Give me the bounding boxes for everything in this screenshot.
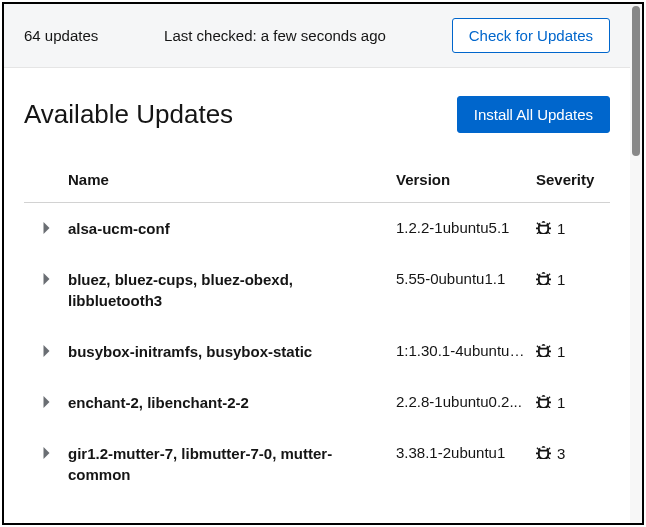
column-header-name[interactable]: Name xyxy=(68,171,396,188)
severity-count: 3 xyxy=(557,445,565,462)
expand-row-button[interactable] xyxy=(24,269,68,288)
package-name: enchant-2, libenchant-2-2 xyxy=(68,392,396,413)
updates-table: Name Version Severity alsa-ucm-conf1.2.2… xyxy=(24,161,610,500)
expand-row-button[interactable] xyxy=(24,443,68,462)
update-count: 64 updates xyxy=(24,27,98,44)
bug-icon xyxy=(536,342,551,360)
bug-icon xyxy=(536,444,551,462)
package-version: 5.55-0ubuntu1.1 xyxy=(396,269,536,287)
expand-row-button[interactable] xyxy=(24,341,68,360)
package-severity: 1 xyxy=(536,269,610,288)
severity-count: 1 xyxy=(557,394,565,411)
chevron-right-icon xyxy=(42,394,51,411)
last-checked-text: Last checked: a few seconds ago xyxy=(164,27,386,44)
severity-count: 1 xyxy=(557,343,565,360)
severity-count: 1 xyxy=(557,220,565,237)
expand-row-button[interactable] xyxy=(24,218,68,237)
table-header: Name Version Severity xyxy=(24,161,610,203)
expand-row-button[interactable] xyxy=(24,392,68,411)
package-severity: 1 xyxy=(536,341,610,360)
chevron-right-icon xyxy=(42,445,51,462)
package-version: 2.2.8-1ubuntu0.2... xyxy=(396,392,536,410)
severity-count: 1 xyxy=(557,271,565,288)
column-header-severity[interactable]: Severity xyxy=(536,171,610,188)
package-severity: 1 xyxy=(536,218,610,237)
package-severity: 3 xyxy=(536,443,610,462)
package-name: bluez, bluez-cups, bluez-obexd, libbluet… xyxy=(68,269,396,311)
package-version: 3.38.1-2ubuntu1 xyxy=(396,443,536,461)
table-row: gir1.2-mutter-7, libmutter-7-0, mutter-c… xyxy=(24,428,610,500)
scrollbar-track[interactable] xyxy=(630,4,642,523)
table-row: alsa-ucm-conf1.2.2-1ubuntu5.11 xyxy=(24,203,610,254)
page-title: Available Updates xyxy=(24,99,233,130)
table-row: enchant-2, libenchant-2-22.2.8-1ubuntu0.… xyxy=(24,377,610,428)
package-name: alsa-ucm-conf xyxy=(68,218,396,239)
package-version: 1.2.2-1ubuntu5.1 xyxy=(396,218,536,236)
scrollbar-thumb[interactable] xyxy=(632,6,640,156)
table-row: busybox-initramfs, busybox-static1:1.30.… xyxy=(24,326,610,377)
chevron-right-icon xyxy=(42,343,51,360)
chevron-right-icon xyxy=(42,271,51,288)
bug-icon xyxy=(536,270,551,288)
check-for-updates-button[interactable]: Check for Updates xyxy=(452,18,610,53)
package-name: gir1.2-mutter-7, libmutter-7-0, mutter-c… xyxy=(68,443,396,485)
package-severity: 1 xyxy=(536,392,610,411)
bug-icon xyxy=(536,219,551,237)
install-all-updates-button[interactable]: Install All Updates xyxy=(457,96,610,133)
chevron-right-icon xyxy=(42,220,51,237)
bug-icon xyxy=(536,393,551,411)
table-row: bluez, bluez-cups, bluez-obexd, libbluet… xyxy=(24,254,610,326)
column-header-version[interactable]: Version xyxy=(396,171,536,188)
header-bar: 64 updates Last checked: a few seconds a… xyxy=(4,4,630,68)
package-name: busybox-initramfs, busybox-static xyxy=(68,341,396,362)
package-version: 1:1.30.1-4ubuntu9.1 xyxy=(396,341,536,359)
